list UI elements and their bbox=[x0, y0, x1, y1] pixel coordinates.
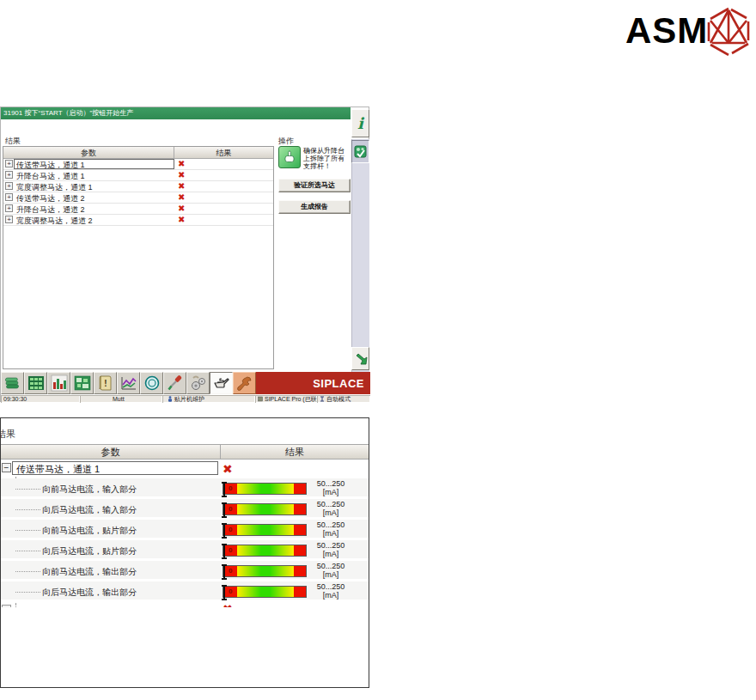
results-table-header: 参数 结果 bbox=[3, 147, 273, 159]
measurement-row[interactable]: 向后马达电流，贴片部分 0 50...250[mA] bbox=[1, 540, 369, 561]
fail-x-icon: ✖ bbox=[178, 204, 185, 214]
measurement-row[interactable]: 向后马达电流，输入部分 0 50...250[mA] bbox=[1, 499, 369, 520]
current-range-meter: 0 bbox=[223, 483, 307, 495]
tree-stub bbox=[15, 592, 40, 593]
range-label: 50...250[mA] bbox=[308, 520, 353, 538]
table-row[interactable]: + 宽度调整马达，通道 1 ✖ bbox=[3, 181, 273, 192]
tree-stub bbox=[15, 509, 40, 510]
table-row[interactable]: + 升降台马达，通道 2 ✖ bbox=[3, 204, 273, 215]
detail-group-row[interactable]: − 传送带马达，通道 1 ✖ bbox=[1, 461, 369, 477]
connection-icon bbox=[258, 396, 263, 402]
meter-ok-gradient bbox=[237, 566, 294, 576]
measurement-row[interactable]: 向后马达电流，输出部分 0 50...250[mA] bbox=[1, 581, 369, 602]
gears-hand-button[interactable] bbox=[186, 372, 210, 394]
bottom-toolbar: ! bbox=[1, 372, 370, 394]
measurement-row[interactable]: 向前马达电流，输入部分 0 50...250[mA] bbox=[1, 478, 369, 499]
instruction-box: 确保从升降台上拆除了所有支撑杆！ bbox=[278, 146, 351, 170]
exit-button[interactable] bbox=[351, 347, 369, 370]
line-chart-icon bbox=[120, 374, 137, 392]
measurement-label: 向后马达电流，贴片部分 bbox=[42, 545, 137, 557]
instruction-text: 确保从升降台上拆除了所有支撑杆！ bbox=[301, 146, 351, 170]
oil-can-icon bbox=[213, 374, 230, 392]
svg-text:!: ! bbox=[104, 379, 107, 388]
expand-plus-icon[interactable]: + bbox=[5, 216, 13, 223]
verify-motors-tab-button[interactable] bbox=[351, 140, 369, 163]
status-maintenance-label: 贴片机维护 bbox=[174, 395, 204, 403]
clipped-next-row: ✖ bbox=[1, 602, 369, 607]
generate-report-button[interactable]: 生成报告 bbox=[278, 200, 351, 214]
status-connection-label: SIPLACE Pro (已联线) bbox=[265, 395, 317, 403]
meter-zero-label: 0 bbox=[229, 526, 232, 534]
line-chart-button[interactable] bbox=[117, 372, 140, 394]
meter-zero-label: 0 bbox=[229, 505, 232, 514]
meter-red-high bbox=[294, 525, 306, 535]
bar-chart-icon bbox=[51, 374, 68, 392]
component-matrix-button[interactable] bbox=[24, 372, 47, 394]
fail-x-icon: ✖ bbox=[178, 215, 185, 225]
value-marker-icon bbox=[221, 543, 228, 560]
status-bar: 09:30:30 Mutt 贴片机维护 SIPLACE Pro (已联线) 自动… bbox=[1, 394, 370, 403]
pcb-layout-button[interactable] bbox=[70, 372, 94, 394]
brand-label: SIPLACE bbox=[313, 377, 364, 390]
detail-sub-rows: 向前马达电流，输入部分 0 50...250[mA] 向后马达电流，输入部分 bbox=[1, 478, 369, 602]
measurement-row[interactable]: 向前马达电流，贴片部分 0 50...250[mA] bbox=[1, 520, 369, 540]
table-row[interactable]: + 宽度调整马达，通道 2 ✖ bbox=[3, 215, 273, 226]
verify-selected-motors-button[interactable]: 验证所选马达 bbox=[278, 179, 351, 192]
col-parameter: 参数 bbox=[3, 147, 174, 158]
value-marker-icon bbox=[221, 563, 228, 581]
table-row[interactable]: + 传送带马达，通道 1 ✖ bbox=[3, 159, 273, 170]
tree-stub bbox=[15, 489, 40, 490]
range-label: 50...250[mA] bbox=[308, 562, 353, 579]
expand-plus-icon[interactable]: + bbox=[5, 171, 13, 179]
tree-stub bbox=[15, 530, 40, 531]
expand-plus-icon[interactable]: + bbox=[5, 160, 13, 167]
expand-plus-icon bbox=[2, 605, 11, 607]
measurement-label: 向前马达电流，输出部分 bbox=[42, 566, 137, 578]
fail-x-icon: ✖ bbox=[223, 462, 233, 476]
value-marker-icon bbox=[221, 584, 228, 601]
range-label: 50...250[mA] bbox=[308, 479, 353, 496]
collapse-minus-icon[interactable]: − bbox=[2, 463, 11, 472]
camera-lens-icon bbox=[143, 374, 161, 392]
oil-can-button[interactable] bbox=[210, 372, 233, 394]
asm-logo-text: ASM bbox=[625, 10, 708, 52]
screwdriver-button[interactable] bbox=[163, 372, 186, 394]
wrench-button[interactable] bbox=[233, 372, 256, 394]
help-book-button[interactable]: ! bbox=[94, 372, 117, 394]
expand-plus-icon[interactable]: + bbox=[5, 193, 13, 201]
measurement-label: 向前马达电流，贴片部分 bbox=[42, 525, 137, 537]
table-row[interactable]: + 传送带马达，通道 2 ✖ bbox=[3, 192, 273, 204]
value-marker-icon bbox=[221, 481, 228, 498]
current-range-meter: 0 bbox=[223, 586, 307, 598]
message-bar: 31901 按下“START（启动）”按钮开始生产 bbox=[1, 107, 351, 119]
tree-stub bbox=[15, 551, 40, 551]
expand-plus-icon[interactable]: + bbox=[5, 182, 13, 190]
asm-logo: ASM bbox=[619, 3, 756, 57]
measurement-label: 向前马达电流，输入部分 bbox=[42, 484, 137, 496]
detail-results-caption: 结果 bbox=[0, 428, 15, 441]
brand-bar: SIPLACE bbox=[256, 372, 370, 394]
meter-ok-gradient bbox=[237, 545, 294, 556]
status-connection: SIPLACE Pro (已联线) bbox=[255, 395, 317, 403]
fail-x-icon: ✖ bbox=[223, 602, 233, 607]
help-book-icon: ! bbox=[97, 374, 114, 392]
info-button[interactable]: i bbox=[351, 109, 369, 137]
bar-chart-button[interactable] bbox=[47, 372, 70, 394]
fail-x-icon: ✖ bbox=[178, 181, 185, 192]
meter-red-high bbox=[294, 545, 306, 556]
group-row-label: 传送带马达，通道 1 bbox=[16, 463, 100, 476]
meter-red-high bbox=[294, 504, 306, 514]
measurement-label: 向后马达电流，输入部分 bbox=[42, 504, 137, 516]
row-label: 宽度调整马达，通道 2 bbox=[16, 216, 93, 227]
results-table: 参数 结果 + 传送带马达，通道 1 ✖ + 升降台马达，通道 1 ✖ + 宽度… bbox=[3, 146, 274, 369]
current-range-meter: 0 bbox=[223, 545, 307, 557]
boards-stack-button[interactable] bbox=[1, 372, 24, 394]
asm-polyhedron-icon bbox=[703, 4, 754, 56]
component-matrix-icon bbox=[27, 374, 45, 392]
measurement-row[interactable]: 向前马达电流，输出部分 0 50...250[mA] bbox=[1, 561, 369, 581]
table-row[interactable]: + 升降台马达，通道 1 ✖ bbox=[3, 170, 273, 181]
measurement-label: 向后马达电流，输出部分 bbox=[42, 587, 137, 599]
camera-lens-button[interactable] bbox=[140, 372, 163, 394]
expand-plus-icon[interactable]: + bbox=[5, 204, 13, 212]
tree-line bbox=[15, 604, 16, 607]
